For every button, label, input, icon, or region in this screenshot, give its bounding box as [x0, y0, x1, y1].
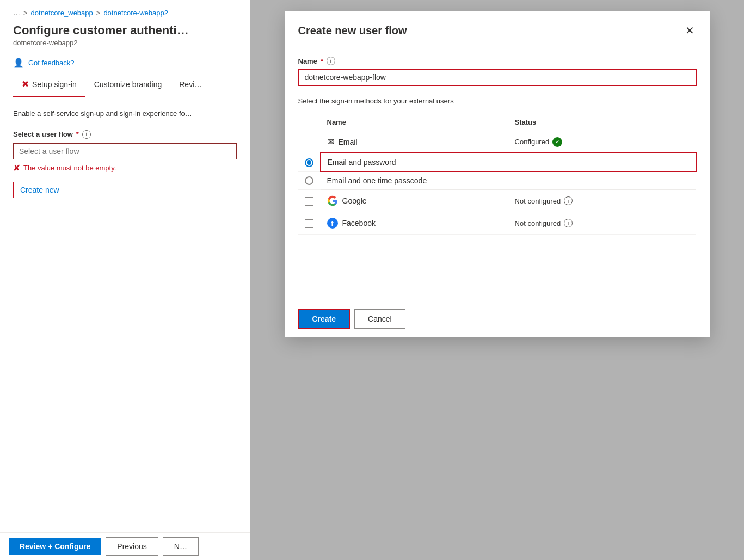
- tabs-container: ✖ Setup sign-in Customize branding Revi…: [0, 72, 250, 97]
- required-marker: *: [76, 130, 79, 138]
- feedback-link[interactable]: 👤 Got feedback?: [0, 53, 250, 72]
- tab-error-icon: ✖: [22, 79, 29, 89]
- table-header-row: Name Status: [298, 114, 696, 131]
- facebook-method-row: f Facebook Not configured i: [298, 212, 696, 235]
- email-otp-name-cell: Email and one time passcode: [321, 171, 696, 190]
- modal-close-button[interactable]: ✕: [683, 22, 697, 39]
- modal-title: Create new user flow: [298, 24, 407, 37]
- email-status-cell: Configured ✓: [508, 131, 696, 153]
- error-message: ✘ The value must not be empty.: [13, 163, 237, 173]
- email-checkbox[interactable]: [305, 138, 313, 146]
- breadcrumb-sep2: >: [96, 9, 101, 17]
- tab-review-label: Revi…: [179, 80, 202, 89]
- email-password-radio[interactable]: [305, 158, 313, 167]
- email-method-row: – ✉ Email Configured ✓: [298, 131, 696, 153]
- next-button[interactable]: N…: [163, 537, 199, 556]
- tab-content: Enable a self-service sign-up and sign-i…: [0, 97, 250, 560]
- cancel-button[interactable]: Cancel: [354, 309, 405, 329]
- create-new-link[interactable]: Create new: [13, 182, 66, 198]
- facebook-name-cell: f Facebook: [321, 212, 508, 235]
- email-password-name-cell: Email and password: [321, 153, 696, 171]
- sign-in-description: Select the sign-in methods for your exte…: [298, 97, 697, 105]
- feedback-icon: 👤: [13, 58, 24, 68]
- tab-setup-signin-label: Setup sign-in: [32, 80, 77, 89]
- user-flow-field: Select a user flow * i ✘ The value must …: [13, 130, 237, 198]
- configured-dot: ✓: [552, 137, 562, 147]
- facebook-checkbox-cell[interactable]: [298, 212, 321, 235]
- google-status-cell: Not configured i: [508, 190, 696, 212]
- email-password-row: Email and password: [298, 153, 696, 171]
- col-status-header: Status: [508, 114, 696, 131]
- breadcrumb: … > dotnetcore_webapp > dotnetcore-webap…: [0, 0, 250, 21]
- breadcrumb-ellipsis: …: [13, 9, 20, 17]
- info-icon[interactable]: i: [82, 130, 91, 139]
- user-flow-label: Select a user flow * i: [13, 130, 237, 139]
- create-button[interactable]: Create: [298, 309, 351, 329]
- breadcrumb-sep1: >: [23, 9, 28, 17]
- user-flow-input[interactable]: [13, 143, 237, 159]
- error-icon: ✘: [13, 163, 20, 173]
- breadcrumb-link2[interactable]: dotnetcore-webapp2: [103, 9, 168, 17]
- google-status-info[interactable]: i: [564, 196, 573, 205]
- tab-description: Enable a self-service sign-up and sign-i…: [13, 108, 237, 119]
- error-text: The value must not be empty.: [23, 164, 116, 172]
- modal-name-info-icon[interactable]: i: [327, 57, 335, 65]
- facebook-checkbox[interactable]: [305, 219, 313, 228]
- modal-name-field: Name * i: [298, 57, 697, 86]
- bottom-bar: Review + Configure Previous N…: [0, 532, 250, 560]
- tab-customize-branding-label: Customize branding: [94, 80, 162, 89]
- modal-name-label: Name * i: [298, 57, 697, 65]
- feedback-label: Got feedback?: [28, 59, 75, 67]
- modal-body: Name * i Select the sign-in methods for …: [285, 48, 710, 300]
- email-name-cell: ✉ Email: [321, 131, 508, 153]
- facebook-method-name: f Facebook: [327, 218, 502, 229]
- facebook-status-cell: Not configured i: [508, 212, 696, 235]
- facebook-icon: f: [327, 218, 338, 229]
- google-status: Not configured i: [515, 196, 690, 205]
- tab-review[interactable]: Revi…: [170, 73, 211, 96]
- sign-in-methods-table: Name Status – ✉: [298, 114, 697, 235]
- facebook-status-info[interactable]: i: [564, 219, 573, 227]
- tab-setup-signin[interactable]: ✖ Setup sign-in: [13, 72, 85, 97]
- email-otp-radio[interactable]: [305, 176, 313, 185]
- breadcrumb-link1[interactable]: dotnetcore_webapp: [31, 9, 93, 17]
- email-method-name: ✉ Email: [327, 137, 502, 147]
- col-name-header: Name: [321, 114, 508, 131]
- google-name-cell: Google: [321, 190, 508, 212]
- modal-header: Create new user flow ✕: [285, 11, 710, 48]
- page-subtitle: dotnetcore-webapp2: [0, 39, 250, 53]
- facebook-status: Not configured i: [515, 219, 690, 227]
- email-status: Configured ✓: [515, 137, 690, 147]
- email-password-label: Email and password: [328, 158, 396, 167]
- previous-button[interactable]: Previous: [106, 537, 158, 556]
- page-title: Configure customer authenti…: [0, 21, 250, 39]
- modal-name-input[interactable]: [298, 69, 697, 86]
- google-method-row: Google Not configured i: [298, 190, 696, 212]
- create-user-flow-modal: Create new user flow ✕ Name * i Select t…: [285, 11, 710, 337]
- google-checkbox-cell[interactable]: [298, 190, 321, 212]
- col-checkbox: [298, 114, 321, 131]
- email-otp-label: Email and one time passcode: [327, 176, 427, 185]
- email-otp-checkbox-cell[interactable]: [298, 171, 321, 190]
- review-configure-button[interactable]: Review + Configure: [9, 538, 101, 555]
- modal-footer: Create Cancel: [285, 300, 710, 337]
- email-password-checkbox-cell[interactable]: [298, 153, 321, 171]
- modal-overlay: Create new user flow ✕ Name * i Select t…: [250, 0, 744, 560]
- google-icon: [327, 195, 338, 206]
- email-otp-row: Email and one time passcode: [298, 171, 696, 190]
- modal-required-marker: *: [321, 57, 323, 65]
- tab-customize-branding[interactable]: Customize branding: [85, 73, 171, 96]
- email-icon: ✉: [327, 137, 334, 147]
- email-checkbox-cell[interactable]: –: [298, 131, 321, 153]
- google-method-name: Google: [327, 195, 502, 206]
- google-checkbox[interactable]: [305, 197, 313, 206]
